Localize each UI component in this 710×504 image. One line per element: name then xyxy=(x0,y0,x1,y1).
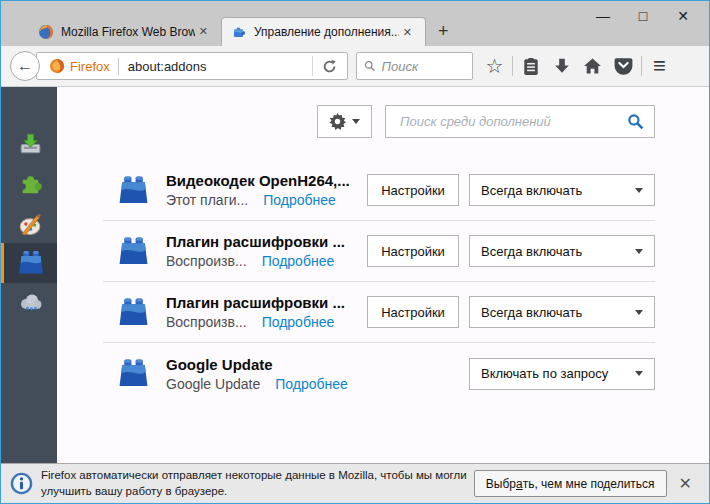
plugin-description: Google Update xyxy=(166,376,260,392)
button-accesskey: а xyxy=(516,477,523,491)
plugin-list: Видеокодек OpenH264,... Этот плаги... По… xyxy=(103,160,655,404)
plugin-description: Воспроизв... xyxy=(166,314,247,330)
choose-data-button[interactable]: Выбрать, чем мне поделиться xyxy=(474,470,667,497)
minimize-button[interactable]: — xyxy=(583,4,623,28)
plugin-info: Google Update Google Update Подробнее xyxy=(166,356,348,392)
settings-button[interactable]: Настройки xyxy=(367,235,459,267)
bookmarks-list-icon xyxy=(522,57,540,76)
chevron-down-icon xyxy=(635,310,643,315)
plugin-description: Воспроизв... xyxy=(166,253,247,269)
button-label-part: ть, чем мне поделиться xyxy=(523,477,655,491)
menu-button[interactable]: ≡ xyxy=(644,52,675,80)
browser-window: — □ ✕ Mozilla Firefox Web Brows... ✕ xyxy=(0,0,710,504)
reload-icon xyxy=(322,59,337,74)
activation-value: Всегда включать xyxy=(481,244,582,259)
chevron-down-icon xyxy=(635,249,643,254)
plugin-description: Этот плаги... xyxy=(166,192,248,208)
activation-dropdown[interactable]: Всегда включать xyxy=(469,296,655,328)
titlebar: — □ ✕ Mozilla Firefox Web Brows... ✕ xyxy=(1,1,709,46)
sidebar-item-plugins[interactable] xyxy=(1,243,57,283)
downloads-button[interactable] xyxy=(546,52,577,80)
plugin-info: Плагин расшифровки ... Воспроизв... Подр… xyxy=(166,233,345,269)
chevron-down-icon xyxy=(352,119,360,124)
sidebar-item-extensions[interactable] xyxy=(1,163,57,203)
addon-puzzle-icon xyxy=(231,24,247,40)
new-tab-button[interactable]: + xyxy=(426,17,461,46)
sidebar-item-get-addons[interactable] xyxy=(1,123,57,163)
plugin-brick-icon xyxy=(117,235,150,268)
home-button[interactable] xyxy=(577,52,608,80)
more-link[interactable]: Подробнее xyxy=(262,314,335,330)
url-bar[interactable]: Firefox about:addons xyxy=(36,52,348,80)
bookmarks-menu-button[interactable] xyxy=(515,52,546,80)
search-icon xyxy=(364,59,376,73)
addons-search-input[interactable] xyxy=(400,114,627,129)
activation-dropdown[interactable]: Включать по запросу xyxy=(469,358,655,390)
tab-title: Управление дополнения... xyxy=(254,25,399,39)
plugin-row: Google Update Google Update Подробнее Вк… xyxy=(103,343,655,404)
content-header xyxy=(103,105,655,138)
notification-close-icon[interactable]: ✕ xyxy=(671,470,700,497)
navigation-toolbar: ← Firefox about:addons xyxy=(1,46,709,87)
firefox-badge-icon xyxy=(49,58,65,74)
reload-button[interactable] xyxy=(312,56,341,76)
plugin-title: Google Update xyxy=(166,356,348,373)
toolbar-divider xyxy=(512,56,513,76)
bookmark-star-button[interactable]: ☆ xyxy=(479,52,510,80)
addons-search[interactable] xyxy=(385,105,655,138)
chevron-down-icon xyxy=(635,371,643,376)
home-icon xyxy=(583,57,602,75)
pocket-icon xyxy=(614,57,633,76)
close-button[interactable]: ✕ xyxy=(663,4,703,28)
plugin-info: Плагин расшифровки ... Воспроизв... Подр… xyxy=(166,294,345,330)
tab-close-icon[interactable]: ✕ xyxy=(195,23,212,40)
tools-menu-button[interactable] xyxy=(317,105,372,138)
plugin-info: Видеокодек OpenH264,... Этот плаги... По… xyxy=(166,172,350,208)
addons-content: Видеокодек OpenH264,... Этот плаги... По… xyxy=(57,87,709,463)
extensions-puzzle-icon xyxy=(17,170,44,197)
window-controls: — □ ✕ xyxy=(583,4,703,28)
activation-value: Включать по запросу xyxy=(481,366,608,381)
download-arrow-icon xyxy=(553,57,571,75)
more-link[interactable]: Подробнее xyxy=(263,192,336,208)
sidebar-item-services[interactable] xyxy=(1,283,57,323)
plugin-brick-icon xyxy=(117,357,150,390)
tab-title: Mozilla Firefox Web Brows... xyxy=(61,25,195,39)
more-link[interactable]: Подробнее xyxy=(275,376,348,392)
url-text[interactable]: about:addons xyxy=(128,59,312,74)
star-icon: ☆ xyxy=(486,56,504,76)
activation-dropdown[interactable]: Всегда включать xyxy=(469,174,655,206)
notification-text: Firefox автоматически отправляет некотор… xyxy=(41,468,474,499)
sidebar-item-appearance[interactable] xyxy=(1,203,57,243)
url-badge-label: Firefox xyxy=(70,59,110,74)
appearance-palette-icon xyxy=(17,210,44,237)
activation-value: Всегда включать xyxy=(481,183,582,198)
pocket-button[interactable] xyxy=(608,52,639,80)
hamburger-icon: ≡ xyxy=(653,55,666,77)
addons-sidebar xyxy=(1,87,57,463)
plugin-row: Плагин расшифровки ... Воспроизв... Подр… xyxy=(103,221,655,282)
maximize-button[interactable]: □ xyxy=(623,4,663,28)
more-link[interactable]: Подробнее xyxy=(262,253,335,269)
toolbar-divider xyxy=(641,56,642,76)
button-label-part: Выбр xyxy=(486,477,516,491)
toolbar-search[interactable] xyxy=(356,52,473,80)
toolbar-search-input[interactable] xyxy=(382,59,465,74)
back-button[interactable]: ← xyxy=(10,51,40,81)
plugin-brick-icon xyxy=(117,174,150,207)
tab-close-icon[interactable]: ✕ xyxy=(399,24,416,41)
settings-button[interactable]: Настройки xyxy=(367,174,459,206)
settings-button[interactable]: Настройки xyxy=(367,296,459,328)
get-addons-icon xyxy=(17,130,44,157)
tab-firefox-start[interactable]: Mozilla Firefox Web Brows... ✕ xyxy=(29,17,221,46)
firefox-icon xyxy=(38,24,54,40)
plugin-title: Видеокодек OpenH264,... xyxy=(166,172,350,189)
tab-strip: Mozilla Firefox Web Brows... ✕ Управлени… xyxy=(29,17,461,46)
plugin-row: Плагин расшифровки ... Воспроизв... Подр… xyxy=(103,282,655,343)
gear-icon xyxy=(329,113,346,130)
plugin-brick-icon xyxy=(117,296,150,329)
activation-dropdown[interactable]: Всегда включать xyxy=(469,235,655,267)
activation-value: Всегда включать xyxy=(481,305,582,320)
tab-addons-manager[interactable]: Управление дополнения... ✕ xyxy=(221,17,426,46)
chevron-down-icon xyxy=(635,188,643,193)
